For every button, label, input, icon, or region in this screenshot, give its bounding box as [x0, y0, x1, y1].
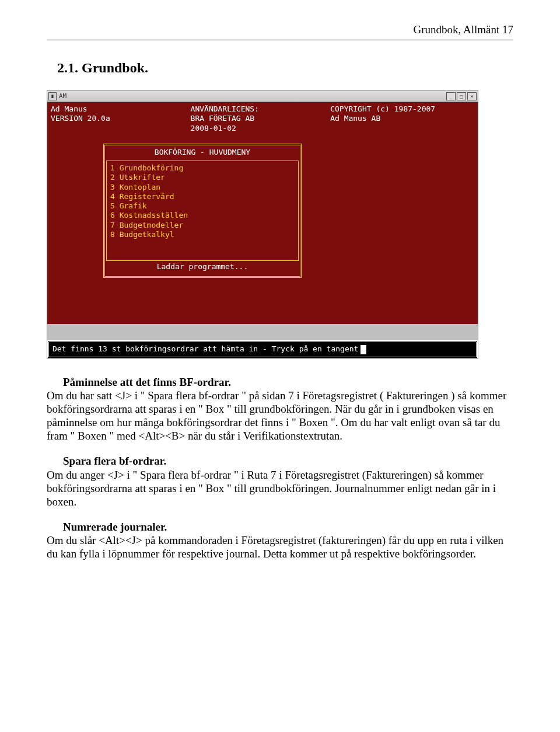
paragraph-2-head: Spara flera bf-ordrar. — [47, 454, 513, 468]
body-text: Påminnelse att det finns BF-ordrar. Om d… — [47, 375, 513, 561]
menu-item-2[interactable]: 2 Utskrifter — [110, 173, 295, 182]
menu-item-1[interactable]: 1 Grundbokföring — [110, 163, 295, 173]
window-buttons: _ □ × — [446, 92, 477, 100]
status-message: Det finns 13 st bokföringsordrar att häm… — [52, 344, 358, 353]
menu-item-6[interactable]: 6 Kostnadsställen — [110, 211, 295, 220]
maximize-button[interactable]: □ — [457, 92, 466, 100]
paragraph-3-head: Numrerade journaler. — [47, 520, 513, 534]
menu-item-5[interactable]: 5 Grafik — [110, 201, 295, 211]
section-heading: 2.1. Grundbok. — [57, 60, 513, 76]
loading-text: Laddar programmet... — [106, 261, 299, 275]
paragraph-2-body: Om du anger <J> i " Spara flera bf-ordra… — [47, 468, 513, 509]
menu-item-3[interactable]: 3 Kontoplan — [110, 183, 295, 192]
running-head: Grundbok, Allmänt 17 — [47, 23, 513, 36]
main-menu-box: BOKFÖRING - HUVUDMENY 1 Grundbokföring 2… — [103, 144, 302, 278]
info-c2-l3: 2008-01-02 — [191, 124, 331, 133]
status-bar: Det finns 13 st bokföringsordrar att häm… — [47, 340, 478, 358]
menu-item-4[interactable]: 4 Registervård — [110, 192, 295, 201]
info-c1-l2: VERSION 20.0a — [51, 114, 191, 123]
cursor-icon — [360, 345, 366, 354]
menu-item-8[interactable]: 8 Budgetkalkyl — [110, 230, 295, 239]
paragraph-1-head: Påminnelse att det finns BF-ordrar. — [47, 375, 513, 389]
close-button[interactable]: × — [467, 92, 477, 100]
terminal-window: ∎ AM _ □ × Ad Manus ANVÄNDARLICENS: COPY… — [47, 90, 478, 359]
menu-items: 1 Grundbokföring 2 Utskrifter 3 Kontopla… — [106, 161, 299, 261]
terminal-body: Ad Manus ANVÄNDARLICENS: COPYRIGHT (c) 1… — [47, 102, 478, 324]
info-c1-l1: Ad Manus — [51, 104, 191, 114]
menu-gap — [110, 239, 295, 259]
header-rule — [47, 40, 513, 40]
window-title: AM — [59, 92, 446, 100]
info-c2-l1: ANVÄNDARLICENS: — [191, 104, 331, 114]
info-row-2: VERSION 20.0a BRA FÖRETAG AB Ad Manus AB — [51, 114, 474, 123]
menu-item-7[interactable]: 7 Budgetmodeller — [110, 221, 295, 230]
info-row-3: 2008-01-02 — [51, 124, 474, 133]
minimize-button[interactable]: _ — [446, 92, 456, 100]
app-icon: ∎ — [48, 92, 57, 100]
info-c3-l3 — [330, 124, 470, 133]
info-c3-l1: COPYRIGHT (c) 1987-2007 — [330, 104, 470, 114]
info-c2-l2: BRA FÖRETAG AB — [191, 114, 331, 123]
info-c3-l2: Ad Manus AB — [330, 114, 470, 123]
paragraph-1-body: Om du har satt <J> i " Spara flera bf-or… — [47, 389, 513, 443]
menu-title: BOKFÖRING - HUVUDMENY — [106, 147, 299, 161]
paragraph-3-body: Om du slår <Alt><J> på kommandoraden i F… — [47, 534, 513, 560]
gray-strip — [47, 324, 478, 340]
info-row-1: Ad Manus ANVÄNDARLICENS: COPYRIGHT (c) 1… — [51, 104, 474, 114]
info-c1-l3 — [51, 124, 191, 133]
window-titlebar: ∎ AM _ □ × — [47, 90, 478, 102]
